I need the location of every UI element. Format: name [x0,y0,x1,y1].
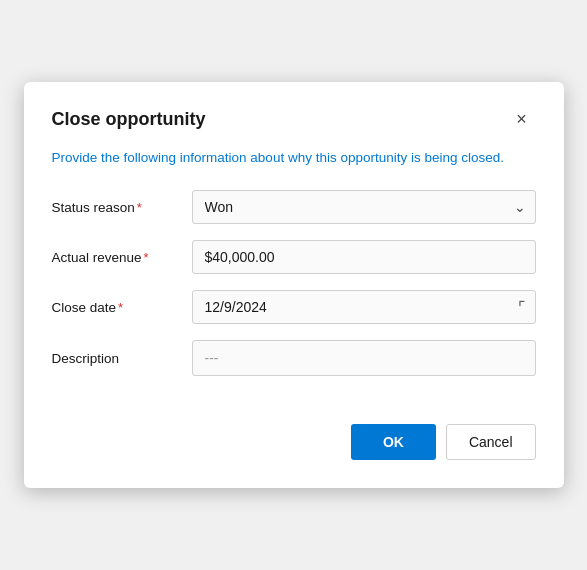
status-reason-label: Status reason* [52,200,192,215]
required-star-revenue: * [144,250,149,265]
required-star-date: * [118,300,123,315]
actual-revenue-input-wrapper [192,240,536,274]
actual-revenue-label: Actual revenue* [52,250,192,265]
description-input[interactable] [192,340,536,376]
close-date-input[interactable] [192,290,536,324]
required-star: * [137,200,142,215]
actual-revenue-input[interactable] [192,240,536,274]
dialog-overlay: Close opportunity × Provide the followin… [0,0,587,570]
dialog-description: Provide the following information about … [52,148,536,168]
dialog-title: Close opportunity [52,109,206,130]
actual-revenue-row: Actual revenue* [52,240,536,274]
close-button[interactable]: × [508,106,536,134]
close-date-row: Close date* ⌜ [52,290,536,324]
status-reason-row: Status reason* Won Lost Canceled Out-Sol… [52,190,536,224]
description-input-wrapper [192,340,536,376]
close-date-input-wrapper: ⌜ [192,290,536,324]
ok-button[interactable]: OK [351,424,436,460]
cancel-button[interactable]: Cancel [446,424,536,460]
description-row: Description [52,340,536,376]
close-date-label: Close date* [52,300,192,315]
dialog-footer: OK Cancel [52,424,536,460]
status-reason-select[interactable]: Won Lost Canceled Out-Sold [192,190,536,224]
dialog-header: Close opportunity × [52,106,536,134]
close-opportunity-dialog: Close opportunity × Provide the followin… [24,82,564,488]
status-reason-select-wrapper: Won Lost Canceled Out-Sold ⌄ [192,190,536,224]
description-label: Description [52,351,192,366]
